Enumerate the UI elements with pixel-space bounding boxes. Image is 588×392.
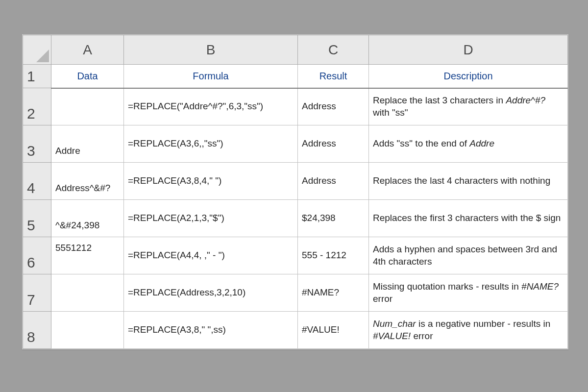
column-header-row: A B C D	[23, 35, 568, 65]
row-header-1[interactable]: 1	[23, 65, 51, 88]
cell-A6[interactable]: 5551212	[51, 237, 124, 274]
row-header-6[interactable]: 6	[23, 237, 51, 274]
row-6: 6 5551212 =REPLACE(A4,4, ," - ") 555 - 1…	[23, 237, 568, 274]
row-3: 3 Addre =REPLACE(A3,6,,"ss") Address Add…	[23, 125, 568, 163]
text: is a negative number - results in	[416, 318, 551, 329]
cell-C5[interactable]: $24,398	[298, 200, 369, 237]
cell-B4[interactable]: =REPLACE(A3,8,4," ")	[124, 163, 298, 200]
cell-C1[interactable]: Result	[298, 65, 369, 88]
col-header-B[interactable]: B	[124, 35, 298, 65]
text: error	[373, 294, 392, 304]
col-header-C[interactable]: C	[298, 35, 369, 65]
cell-D1[interactable]: Description	[369, 65, 568, 88]
cell-D2[interactable]: Replace the last 3 characters in Addre^#…	[369, 88, 568, 125]
cell-C3[interactable]: Address	[298, 125, 369, 163]
cell-A5[interactable]: ^&#24,398	[51, 200, 124, 237]
cell-A3[interactable]: Addre	[51, 125, 124, 163]
row-7: 7 =REPLACE(Address,3,2,10) #NAME? Missin…	[23, 274, 568, 312]
svg-marker-0	[36, 49, 49, 62]
cell-D3[interactable]: Adds "ss" to the end of Addre	[369, 125, 568, 163]
cell-D6[interactable]: Adds a hyphen and spaces between 3rd and…	[369, 237, 568, 274]
text: Replaces the last 4 characters with noth…	[373, 175, 550, 186]
cell-B2[interactable]: =REPLACE("Addre^#?",6,3,"ss")	[124, 88, 298, 125]
cell-D5[interactable]: Replaces the first 3 characters with the…	[369, 200, 568, 237]
text: Adds a hyphen and spaces between 3rd and…	[373, 244, 557, 267]
cell-D7[interactable]: Missing quotation marks - results in #NA…	[369, 274, 568, 312]
grid: A B C D 1 Data Formula Result Descriptio…	[23, 35, 568, 349]
cell-D4[interactable]: Replaces the last 4 characters with noth…	[369, 163, 568, 200]
cell-B1[interactable]: Formula	[124, 65, 298, 88]
cell-B6[interactable]: =REPLACE(A4,4, ," - ")	[124, 237, 298, 274]
text: Adds "ss" to the end of	[373, 138, 469, 148]
col-header-D[interactable]: D	[369, 35, 568, 65]
row-header-3[interactable]: 3	[23, 125, 51, 163]
cell-C7[interactable]: #NAME?	[298, 274, 369, 312]
italic-text: Addre	[469, 138, 494, 148]
row-header-5[interactable]: 5	[23, 200, 51, 237]
text: Replaces the first 3 characters with the…	[373, 213, 561, 223]
select-all-triangle-icon	[36, 49, 49, 62]
cell-B5[interactable]: =REPLACE(A2,1,3,"$")	[124, 200, 298, 237]
row-2: 2 =REPLACE("Addre^#?",6,3,"ss") Address …	[23, 88, 568, 125]
cell-C2[interactable]: Address	[298, 88, 369, 125]
spreadsheet: A B C D 1 Data Formula Result Descriptio…	[22, 34, 568, 349]
cell-C8[interactable]: #VALUE!	[298, 312, 369, 349]
row-1: 1 Data Formula Result Description	[23, 65, 568, 88]
select-all-corner[interactable]	[23, 35, 51, 65]
row-header-4[interactable]: 4	[23, 163, 51, 200]
text: Replace the last 3 characters in	[373, 95, 506, 105]
cell-C6[interactable]: 555 - 1212	[298, 237, 369, 274]
cell-A7[interactable]	[51, 274, 124, 312]
cell-A2[interactable]	[51, 88, 124, 125]
text: Missing quotation marks - results in	[373, 281, 521, 292]
italic-text: #VALUE!	[373, 331, 411, 341]
cell-B8[interactable]: =REPLACE(A3,8," ",ss)	[124, 312, 298, 349]
row-5: 5 ^&#24,398 =REPLACE(A2,1,3,"$") $24,398…	[23, 200, 568, 237]
col-header-A[interactable]: A	[51, 35, 124, 65]
cell-B7[interactable]: =REPLACE(Address,3,2,10)	[124, 274, 298, 312]
row-header-8[interactable]: 8	[23, 312, 51, 349]
row-header-2[interactable]: 2	[23, 88, 51, 125]
cell-A1[interactable]: Data	[51, 65, 124, 88]
italic-text: #NAME?	[521, 281, 559, 292]
row-4: 4 Address^&#? =REPLACE(A3,8,4," ") Addre…	[23, 163, 568, 200]
cell-D8[interactable]: Num_char is a negative number - results …	[369, 312, 568, 349]
cell-C4[interactable]: Address	[298, 163, 369, 200]
cell-B3[interactable]: =REPLACE(A3,6,,"ss")	[124, 125, 298, 163]
row-header-7[interactable]: 7	[23, 274, 51, 312]
text: error	[411, 331, 433, 341]
cell-A8[interactable]	[51, 312, 124, 349]
cell-A4[interactable]: Address^&#?	[51, 163, 124, 200]
italic-text: Addre^#?	[506, 95, 545, 105]
italic-text: Num_char	[373, 318, 416, 329]
row-8: 8 =REPLACE(A3,8," ",ss) #VALUE! Num_char…	[23, 312, 568, 349]
text: with "ss"	[373, 107, 408, 118]
